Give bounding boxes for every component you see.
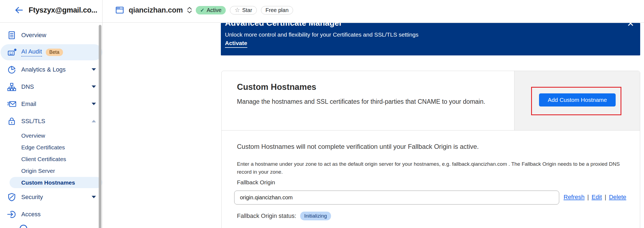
clipboard-icon bbox=[7, 30, 17, 40]
padlock-icon bbox=[7, 116, 17, 126]
zone-switcher-icon[interactable] bbox=[186, 7, 192, 13]
beta-badge: Beta bbox=[46, 49, 63, 56]
sidebar-item-security[interactable]: Security bbox=[0, 188, 102, 206]
sidebar-subitem-custom-hostnames[interactable]: Custom Hostnames bbox=[0, 177, 102, 188]
plan-badge: Free plan bbox=[261, 6, 293, 14]
chevron-up-icon[interactable] bbox=[92, 120, 96, 122]
sidebar-subitem-edge-certificates[interactable]: Edge Certificates bbox=[0, 141, 102, 153]
chevron-down-icon[interactable] bbox=[92, 103, 96, 105]
activate-link[interactable]: Activate bbox=[225, 40, 247, 48]
fallback-origin-actions: Refresh | Edit | Delete bbox=[564, 194, 626, 201]
fallback-instructions: Enter a hostname under your zone to act … bbox=[237, 160, 630, 176]
fallback-warning-heading: Custom Hostnames will not complete verif… bbox=[237, 143, 479, 150]
chevron-down-icon[interactable] bbox=[92, 68, 96, 71]
back-arrow-icon[interactable] bbox=[14, 5, 24, 15]
account-name[interactable]: Ftyszyx@gmail.co... bbox=[29, 6, 97, 14]
shield-icon bbox=[7, 192, 17, 202]
star-button[interactable]: ☆ Star bbox=[230, 6, 257, 14]
fallback-status-label: Fallback Origin status: bbox=[237, 212, 296, 220]
delete-link[interactable]: Delete bbox=[609, 194, 626, 201]
fallback-origin-label: Fallback Origin bbox=[237, 179, 275, 186]
envelope-icon bbox=[7, 99, 17, 109]
status-badge-active: ✓ Active bbox=[196, 6, 226, 14]
separator: | bbox=[605, 194, 606, 201]
card-action-panel: Add Custom Hostname bbox=[514, 71, 640, 130]
card-title: Custom Hostnames bbox=[237, 82, 316, 92]
zone-window-icon bbox=[115, 5, 125, 15]
fallback-status-row: Fallback Origin status: Initializing bbox=[237, 212, 331, 220]
chevron-down-icon[interactable] bbox=[92, 85, 96, 88]
sidebar-item-ssl-tls[interactable]: SSL/TLS bbox=[0, 112, 102, 130]
sidebar-item-dns[interactable]: DNS bbox=[0, 78, 102, 95]
edit-link[interactable]: Edit bbox=[592, 194, 602, 201]
card-description: Manage the hostnames and SSL certificate… bbox=[237, 97, 485, 106]
sidebar-item-access[interactable]: Access bbox=[0, 206, 102, 223]
add-custom-hostname-button[interactable]: Add Custom Hostname bbox=[539, 93, 616, 106]
banner-subtitle: Unlock more control and flexibility for … bbox=[225, 31, 419, 38]
sidebar-item-email[interactable]: Email bbox=[0, 95, 102, 112]
banner-title: Advanced Certificate Manager bbox=[225, 23, 342, 28]
sidebar-scrollbar[interactable] bbox=[99, 25, 101, 228]
custom-hostnames-card: Custom Hostnames Manage the hostnames an… bbox=[221, 71, 640, 228]
sidebar-item-ai-audit[interactable]: AI Audit Beta bbox=[0, 44, 102, 61]
chevron-down-icon[interactable] bbox=[92, 196, 96, 198]
initializing-status-badge: Initializing bbox=[300, 212, 331, 220]
acm-banner: Advanced Certificate Manager Unlock more… bbox=[221, 23, 640, 55]
partial-sidebar-icon bbox=[20, 225, 27, 228]
sitemap-icon bbox=[7, 82, 17, 92]
zone-name: qiancizhan.com bbox=[129, 6, 183, 14]
sidebar-subitem-origin-server[interactable]: Origin Server bbox=[0, 165, 102, 177]
sidebar-nav: Overview AI Audit Beta Analytics & Logs bbox=[0, 23, 102, 228]
robot-icon bbox=[7, 48, 17, 57]
refresh-link[interactable]: Refresh bbox=[564, 194, 585, 201]
sidebar-divider bbox=[102, 0, 103, 228]
pie-chart-icon bbox=[7, 65, 17, 75]
check-icon: ✓ bbox=[200, 7, 204, 13]
separator: | bbox=[587, 194, 589, 201]
sidebar-item-overview[interactable]: Overview bbox=[0, 26, 102, 44]
login-arrow-icon bbox=[7, 209, 17, 219]
sidebar-item-analytics-logs[interactable]: Analytics & Logs bbox=[0, 61, 102, 78]
fallback-origin-input[interactable] bbox=[234, 191, 559, 205]
sidebar-subitem-ssl-overview[interactable]: Overview bbox=[0, 130, 102, 141]
close-icon[interactable]: ✕ bbox=[627, 23, 634, 29]
top-bar: Ftyszyx@gmail.co... qiancizhan.com ✓ Act… bbox=[0, 0, 644, 23]
sidebar-subitem-client-certificates[interactable]: Client Certificates bbox=[0, 153, 102, 165]
app-window: Ftyszyx@gmail.co... qiancizhan.com ✓ Act… bbox=[0, 0, 644, 228]
card-header: Custom Hostnames Manage the hostnames an… bbox=[222, 71, 640, 131]
star-icon: ☆ bbox=[234, 7, 240, 13]
